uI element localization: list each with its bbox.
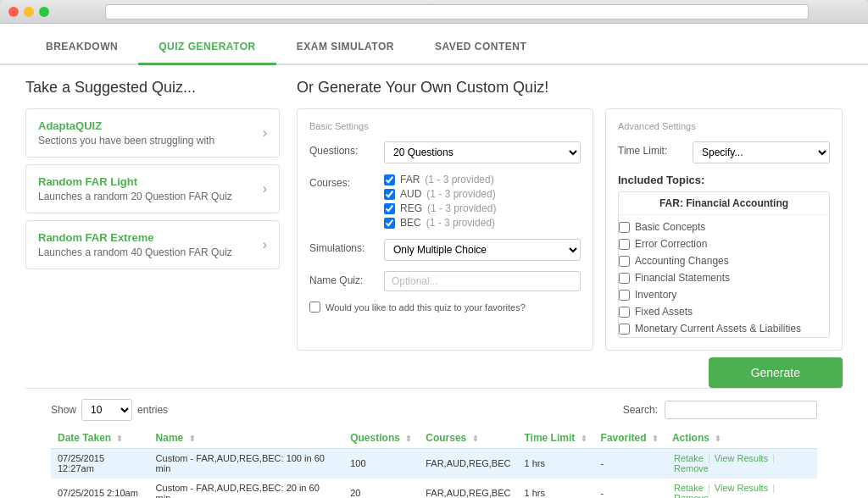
tab-saved-content[interactable]: SAVED CONTENT: [415, 30, 547, 65]
name-sort-icon: ⇕: [189, 434, 196, 443]
questions-label: Questions:: [309, 141, 377, 157]
topic-accounting-changes-checkbox[interactable]: [619, 256, 630, 267]
questions-select[interactable]: 20 Questions 5 Questions 10 Questions 30…: [384, 141, 581, 163]
row2-questions: 20: [343, 479, 419, 499]
minimize-dot[interactable]: [24, 7, 34, 17]
topic-error-correction-checkbox[interactable]: [619, 239, 630, 250]
name-quiz-row: Name Quiz:: [309, 271, 581, 291]
row1-actions: Retake | View Results | Remove: [665, 449, 817, 479]
advanced-settings-panel: Advanced Settings Time Limit: Specify...…: [605, 108, 843, 351]
page-content: BREAKDOWN QUIZ GENERATOR EXAM SIMULATOR …: [0, 24, 868, 498]
url-bar[interactable]: [105, 4, 809, 19]
favorites-checkbox[interactable]: [309, 302, 320, 313]
row2-name: Custom - FAR,AUD,REG,BEC: 20 in 60 min: [149, 479, 344, 499]
generate-button[interactable]: Generate: [709, 357, 843, 388]
topic-basic-concepts-checkbox[interactable]: [619, 222, 630, 233]
topic-fixed-assets-checkbox[interactable]: [619, 307, 630, 318]
row1-favorited: -: [594, 449, 665, 479]
row1-remove[interactable]: Remove: [674, 463, 709, 473]
tab-quiz-generator[interactable]: QUIZ GENERATOR: [138, 30, 276, 65]
show-entries: Show 10 25 50 entries: [51, 399, 168, 421]
far-light-title: Random FAR Light: [38, 175, 263, 188]
app-window: BREAKDOWN QUIZ GENERATOR EXAM SIMULATOR …: [0, 0, 868, 498]
col-name[interactable]: Name ⇕: [149, 428, 344, 449]
topic-inventory-label: Inventory: [635, 289, 676, 301]
col-time-limit[interactable]: Time Limit ⇕: [517, 428, 593, 449]
questions-sort-icon: ⇕: [405, 434, 412, 443]
col-date[interactable]: Date Taken ⇕: [51, 428, 149, 449]
show-label: Show: [51, 404, 76, 416]
course-reg: REG (1 - 3 provided): [384, 202, 581, 214]
row2-action-links: Retake | View Results | Remove: [672, 483, 775, 498]
topic-accounting-changes: Accounting Changes: [619, 252, 829, 269]
course-reg-note: (1 - 3 provided): [427, 202, 496, 214]
tab-exam-simulator[interactable]: EXAM SIMULATOR: [276, 30, 415, 65]
tab-breakdown[interactable]: BREAKDOWN: [25, 30, 138, 65]
quiz-card-far-extreme[interactable]: Random FAR Extreme Launches a random 40 …: [25, 220, 280, 269]
time-limit-select[interactable]: Specify... No Limit: [693, 141, 830, 163]
topic-basic-concepts-label: Basic Concepts: [635, 221, 705, 233]
generate-row: Generate: [297, 357, 843, 388]
name-quiz-label: Name Quiz:: [309, 271, 377, 286]
course-aud-note: (1 - 3 provided): [426, 188, 495, 200]
row2-time-limit: 1 hrs: [517, 479, 593, 499]
row1-name: Custom - FAR,AUD,REG,BEC: 100 in 60 min: [149, 449, 344, 479]
topic-fixed-assets-label: Fixed Assets: [635, 306, 693, 318]
adapta-arrow-icon: ›: [263, 125, 267, 141]
topic-error-correction: Error Correction: [619, 235, 829, 252]
table-section: Show 10 25 50 entries Search:: [25, 388, 843, 498]
close-dot[interactable]: [8, 7, 19, 17]
simulations-label: Simulations:: [309, 239, 377, 254]
far-extreme-desc: Launches a random 40 Question FAR Quiz: [38, 246, 263, 258]
show-select[interactable]: 10 25 50: [81, 399, 132, 421]
course-aud-checkbox[interactable]: [384, 189, 395, 200]
maximize-dot[interactable]: [39, 7, 49, 17]
topic-monetary-current-label: Monetary Current Assets & Liabilities: [635, 323, 801, 335]
row2-retake[interactable]: Retake: [674, 483, 704, 493]
courses-list: FAR (1 - 3 provided) AUD (1 - 3 provided…: [384, 174, 581, 229]
time-limit-sort-icon: ⇕: [581, 434, 587, 443]
custom-panels: Basic Settings Questions: 20 Questions 5…: [297, 108, 843, 351]
simulations-select[interactable]: Only Multiple Choice Include Simulations…: [384, 239, 581, 261]
entries-label: entries: [137, 404, 168, 416]
topics-list: Basic Concepts Error Correction Accounti…: [619, 219, 829, 337]
favorites-row: Would you like to add this quiz to your …: [309, 302, 581, 313]
col-actions[interactable]: Actions ⇕: [665, 428, 817, 449]
topic-basic-concepts: Basic Concepts: [619, 219, 829, 235]
questions-control: 20 Questions 5 Questions 10 Questions 30…: [384, 141, 581, 163]
favorites-label: Would you like to add this quiz to your …: [326, 302, 526, 313]
course-far-checkbox[interactable]: [384, 174, 395, 185]
search-input[interactable]: [665, 401, 817, 419]
courses-sort-icon: ⇕: [472, 434, 479, 443]
row2-remove[interactable]: Remove: [674, 493, 709, 498]
quiz-card-adapta[interactable]: AdaptaQUIZ Sections you have been strugg…: [25, 108, 280, 158]
courses-label: Courses:: [309, 174, 377, 189]
topic-error-correction-label: Error Correction: [635, 238, 707, 250]
course-bec-checkbox[interactable]: [384, 218, 395, 229]
suggested-quizzes-panel: Take a Suggested Quiz... AdaptaQUIZ Sect…: [25, 79, 280, 388]
quiz-card-far-light[interactable]: Random FAR Light Launches a random 20 Qu…: [25, 164, 280, 213]
table-row: 07/25/2015 2:10am Custom - FAR,AUD,REG,B…: [51, 479, 817, 499]
course-aud-label: AUD: [400, 188, 421, 200]
history-table: Date Taken ⇕ Name ⇕ Questions ⇕ Courses …: [51, 428, 817, 498]
row1-retake[interactable]: Retake: [674, 453, 704, 463]
topic-inventory-checkbox[interactable]: [619, 290, 630, 301]
col-questions[interactable]: Questions ⇕: [343, 428, 419, 449]
topic-monetary-current-checkbox[interactable]: [619, 324, 630, 335]
course-reg-checkbox[interactable]: [384, 203, 395, 214]
simulations-row: Simulations: Only Multiple Choice Includ…: [309, 239, 581, 261]
col-courses[interactable]: Courses ⇕: [419, 428, 517, 449]
col-favorited[interactable]: Favorited ⇕: [594, 428, 665, 449]
row1-time-limit: 1 hrs: [517, 449, 593, 479]
topic-financial-statements-checkbox[interactable]: [619, 273, 630, 284]
suggested-title: Take a Suggested Quiz...: [25, 79, 280, 97]
name-quiz-input[interactable]: [384, 271, 581, 291]
courses-control: FAR (1 - 3 provided) AUD (1 - 3 provided…: [384, 174, 581, 229]
row1-view-results[interactable]: View Results: [715, 453, 768, 463]
course-far-note: (1 - 3 provided): [425, 174, 493, 185]
row1-action-links: Retake | View Results | Remove: [672, 453, 775, 473]
table-controls: Show 10 25 50 entries Search:: [25, 396, 843, 424]
row2-view-results[interactable]: View Results: [715, 483, 768, 493]
courses-row: Courses: FAR (1 - 3 provided): [309, 174, 581, 229]
tab-bar: BREAKDOWN QUIZ GENERATOR EXAM SIMULATOR …: [0, 30, 868, 65]
